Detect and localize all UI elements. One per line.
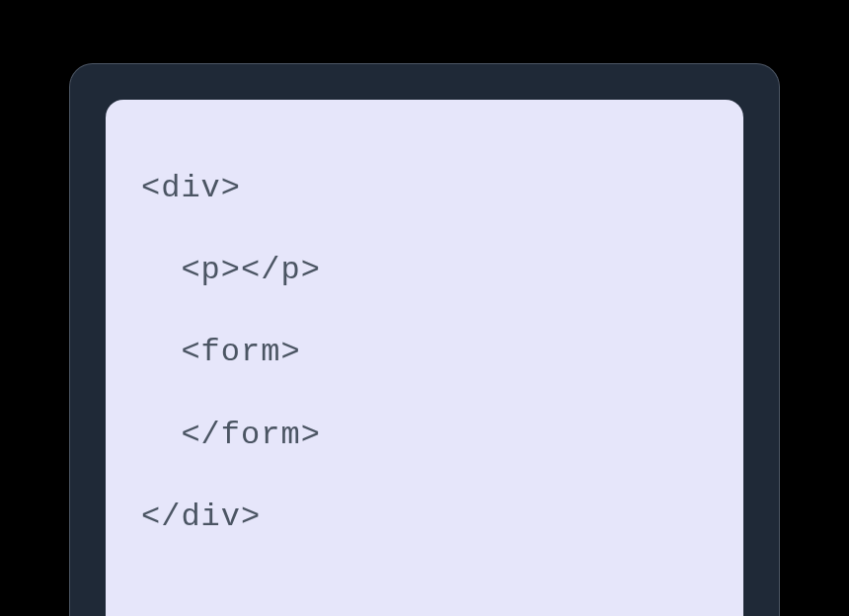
code-line-3: <form> bbox=[141, 311, 708, 393]
code-line-2: <p></p> bbox=[141, 229, 708, 311]
code-line-4: </form> bbox=[141, 394, 708, 476]
code-frame: <div> <p></p> <form> </form> </div> bbox=[69, 63, 780, 616]
code-line-1: <div> bbox=[141, 147, 708, 229]
code-panel: <div> <p></p> <form> </form> </div> bbox=[106, 100, 743, 616]
code-line-5: </div> bbox=[141, 476, 708, 558]
